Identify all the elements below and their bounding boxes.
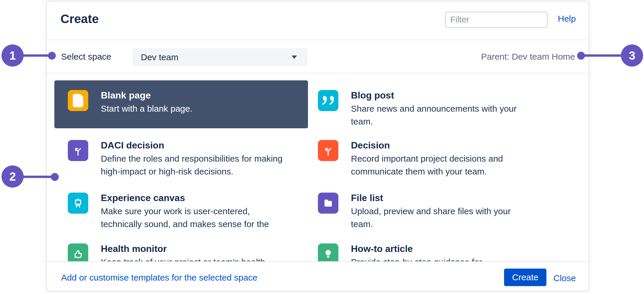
footer-divider	[47, 261, 589, 262]
branch-icon	[68, 140, 88, 161]
thumbs-up-icon	[68, 243, 88, 261]
template-title: File list	[351, 193, 535, 203]
template-title: How-to article	[351, 243, 535, 254]
annotation-dot-2	[51, 173, 59, 181]
annotation-marker-3: 3	[621, 44, 643, 67]
annotation-number: 1	[9, 49, 16, 62]
template-title: Decision	[351, 140, 535, 151]
quote-icon	[318, 90, 338, 111]
template-description: Define the roles and responsibilities fo…	[101, 152, 285, 178]
template-item-how-to-article[interactable]: How-to article Provide step-by-step guid…	[318, 243, 555, 261]
folder-icon	[318, 193, 338, 214]
template-item-decision[interactable]: Decision Record important project decisi…	[318, 140, 555, 178]
annotation-line-2	[23, 176, 52, 178]
header-divider	[47, 39, 589, 40]
template-item-blog-post[interactable]: Blog post Share news and announcements w…	[318, 90, 555, 128]
template-description: Start with a blank page.	[101, 102, 285, 115]
template-description: Upload, preview and share files with you…	[351, 205, 535, 231]
annotation-number: 3	[629, 49, 635, 62]
select-space-label: Select space	[61, 52, 111, 62]
annotation-dot-1	[48, 52, 56, 60]
branch-icon	[318, 140, 338, 161]
space-select-dropdown[interactable]: Dev team	[133, 48, 307, 66]
customise-templates-link[interactable]: Add or customise templates for the selec…	[61, 273, 257, 283]
annotation-number: 2	[9, 170, 16, 183]
annotation-marker-2: 2	[1, 165, 24, 188]
annotation-line-1	[23, 54, 49, 57]
template-list: Blank page Start with a blank page. Blog…	[47, 73, 589, 261]
filter-input[interactable]	[445, 12, 548, 28]
page-icon	[68, 90, 88, 111]
template-title: Health monitor	[101, 243, 285, 254]
template-title: Blank page	[101, 90, 285, 101]
template-description: Keep track of your project or team's hea…	[101, 256, 285, 261]
template-description: Share news and announcements with your t…	[351, 102, 535, 128]
create-button[interactable]: Create	[504, 269, 546, 286]
easel-icon	[68, 193, 88, 214]
annotation-line-3	[584, 54, 622, 57]
parent-page-label: Parent: Dev team Home	[481, 52, 575, 62]
template-item-blank-page[interactable]: Blank page Start with a blank page.	[54, 80, 308, 128]
dialog-title: Create	[60, 12, 99, 26]
template-title: Experience canvas	[101, 193, 285, 203]
template-item-file-list[interactable]: File list Upload, preview and share file…	[318, 193, 555, 231]
template-item-experience-canvas[interactable]: Experience canvas Make sure your work is…	[68, 193, 304, 231]
template-item-health-monitor[interactable]: Health monitor Keep track of your projec…	[68, 243, 304, 261]
close-link[interactable]: Close	[553, 273, 576, 283]
create-dialog: Create Help Select space Dev team Parent…	[46, 1, 589, 291]
lightbulb-icon	[318, 243, 338, 261]
template-item-daci-decision[interactable]: DACI decision Define the roles and respo…	[68, 140, 304, 178]
screenshot-stage: 1 2 3 Create Help Select space Dev team …	[0, 0, 644, 294]
annotation-marker-1: 1	[1, 44, 24, 67]
template-description: Provide step-by-step guidance for	[351, 256, 535, 261]
template-title: DACI decision	[101, 140, 285, 151]
chevron-down-icon	[292, 56, 297, 59]
help-link[interactable]: Help	[558, 14, 576, 24]
annotation-dot-3	[577, 52, 585, 60]
space-select-value: Dev team	[141, 52, 292, 62]
template-description: Make sure your work is user-centered, te…	[101, 205, 285, 231]
template-description: Record important project decisions and c…	[351, 152, 535, 178]
template-title: Blog post	[351, 90, 535, 101]
